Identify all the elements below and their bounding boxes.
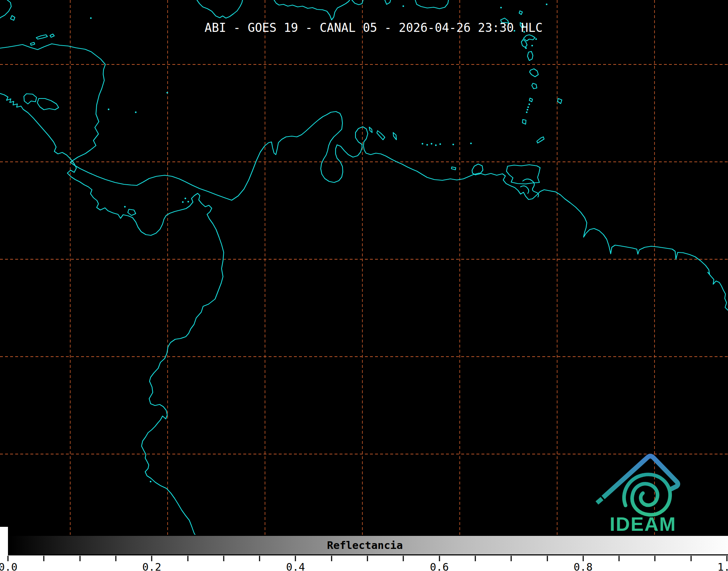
small-island — [422, 143, 424, 145]
small-island — [527, 106, 529, 108]
coastline-la-tortuga — [451, 167, 456, 170]
small-island — [531, 45, 533, 47]
coastline-jamaica-south — [197, 0, 243, 18]
colorbar-tick — [727, 556, 728, 561]
coastline-utila — [30, 42, 35, 45]
figure-margin-notch — [0, 527, 8, 535]
coastline-roatan — [36, 35, 47, 39]
colorbar-tick — [295, 556, 296, 561]
small-island — [135, 112, 137, 113]
coastline-lake-managua — [24, 94, 37, 104]
small-island — [470, 143, 472, 144]
small-island — [182, 201, 184, 203]
small-island — [546, 4, 548, 5]
colorbar: Reflectancia 0.00.20.40.60.81.0 — [0, 535, 728, 571]
map-area: ABI - GOES 19 - CANAL 05 - 2026-04-26 23… — [0, 0, 728, 535]
coastline-bonaire — [393, 133, 396, 140]
coastline-orinoco-delta-channels-2 — [521, 186, 529, 193]
logo-mountain-foot-icon — [597, 499, 602, 503]
small-island — [500, 7, 502, 9]
small-island — [431, 143, 433, 145]
colorbar-tick — [439, 556, 440, 561]
coastline-martinique — [530, 69, 538, 77]
logo-hurricane-spiral-icon — [624, 474, 670, 515]
coastline-hispaniola-southeast — [352, 0, 363, 5]
colorbar-tick-label: 0.8 — [574, 561, 593, 571]
small-island — [525, 47, 527, 49]
coastline-grenada — [522, 119, 526, 124]
coastline-guadeloupe-grande-terre — [523, 35, 535, 41]
colorbar-tick — [151, 556, 152, 561]
colorbar-tick — [655, 556, 656, 561]
small-island — [188, 201, 189, 203]
colorbar-tick-label: 0.0 — [0, 561, 17, 571]
colorbar-tick — [403, 556, 404, 561]
small-island — [529, 104, 530, 105]
small-island — [403, 5, 404, 7]
ideam-logo: IDEAM — [590, 447, 691, 538]
small-island — [150, 481, 152, 483]
small-island — [124, 206, 126, 208]
coastline-dr-east-tip — [385, 0, 391, 4]
coastline-caribbean-mainland-honduras-to-guyana — [0, 44, 728, 310]
colorbar-tick — [511, 556, 512, 561]
small-island — [439, 143, 441, 145]
small-island — [526, 112, 528, 113]
colorbar-gradient-bar: Reflectancia — [8, 535, 728, 555]
coastline-st-lucia — [532, 83, 537, 89]
coastline-lake-nicaragua — [37, 98, 59, 110]
small-island — [108, 109, 110, 110]
colorbar-tick — [619, 556, 620, 561]
coastline-guatemala-caribbean-corner — [0, 0, 11, 18]
colorbar-tick — [582, 556, 584, 561]
logo-text: IDEAM — [610, 513, 676, 535]
colorbar-tick — [187, 556, 188, 561]
coastline-puerto-rico-south — [415, 0, 449, 9]
colorbar-tick — [43, 556, 45, 561]
colorbar-tick-label: 0.4 — [286, 561, 305, 571]
coastline-guanaja — [50, 34, 54, 37]
colorbar-tick — [8, 556, 9, 561]
coastline-hispaniola-southwest — [274, 0, 350, 20]
coastline-aruba — [369, 127, 372, 133]
small-island — [535, 38, 537, 40]
coastline-lake-izabal — [10, 16, 15, 20]
colorbar-tick-label: 1.0 — [718, 561, 728, 571]
map-title: ABI - GOES 19 - CANAL 05 - 2026-04-26 23… — [205, 21, 543, 35]
small-island — [90, 17, 92, 19]
colorbar-tick-label: 0.2 — [142, 561, 161, 571]
coastline-tobago — [537, 137, 544, 143]
colorbar-label: Reflectancia — [327, 539, 403, 551]
colorbar-tick-label: 0.6 — [430, 561, 449, 571]
small-island — [527, 109, 529, 111]
colorbar-tick — [259, 556, 260, 561]
small-island — [167, 92, 168, 94]
coastline-st-vincent — [529, 98, 533, 102]
satellite-image-product: ABI - GOES 19 - CANAL 05 - 2026-04-26 23… — [0, 0, 728, 571]
colorbar-tick — [115, 556, 116, 561]
colorbar-tick — [79, 556, 80, 561]
coastline-pacific-mainland-elsalvador-to-ecuador — [0, 93, 224, 535]
coastline-barbados — [557, 98, 562, 104]
coastline-coiba — [128, 209, 136, 215]
coastline-dominica — [527, 51, 533, 60]
colorbar-tick — [547, 556, 548, 561]
coastline-saba — [519, 11, 522, 14]
colorbar-tick — [475, 556, 476, 561]
small-island — [185, 198, 186, 200]
small-island — [426, 144, 428, 146]
coastline-curacao — [377, 131, 385, 140]
colorbar-tick — [223, 556, 224, 561]
coastline-orinoco-delta-channels-1 — [523, 179, 539, 197]
small-island — [453, 144, 454, 146]
small-island — [435, 144, 437, 146]
colorbar-tick — [690, 556, 691, 561]
colorbar-tick — [367, 556, 368, 561]
colorbar-tick — [331, 556, 332, 561]
